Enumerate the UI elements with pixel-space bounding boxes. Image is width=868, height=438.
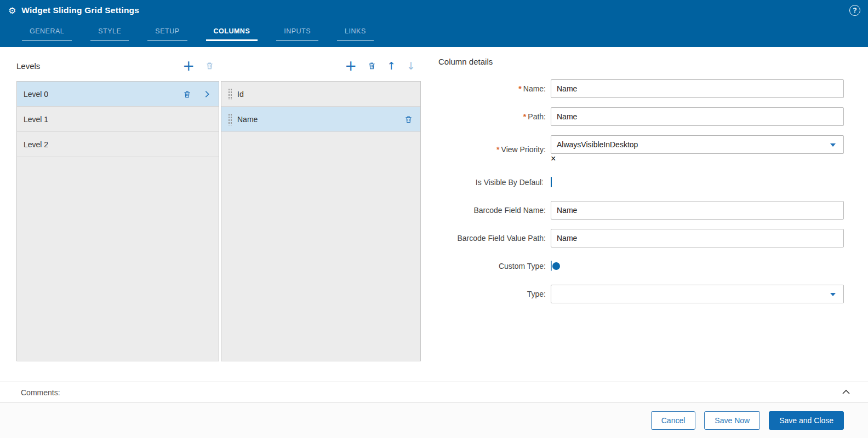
path-label: *Path: [438, 112, 551, 121]
level-label: Level 1 [24, 115, 211, 124]
name-label: *Name: [438, 84, 551, 93]
field-is-visible-row: Is Visible By Default: [438, 173, 844, 192]
field-type-row: Type: [438, 285, 844, 303]
barcode-field-value-path-input[interactable] [551, 229, 844, 247]
level-label: Level 2 [24, 140, 211, 149]
column-label: Name [237, 115, 404, 124]
name-input[interactable] [551, 79, 844, 98]
details-title: Column details [438, 57, 844, 66]
toggle-knob [542, 178, 550, 187]
chevron-down-icon[interactable] [830, 143, 836, 147]
comments-bar: Comments: [0, 382, 868, 402]
levels-toolbar: Levels + [16, 56, 219, 76]
comments-label: Comments: [21, 388, 60, 397]
toggle-knob [552, 262, 560, 270]
tab-setup[interactable]: SETUP [147, 23, 187, 41]
clear-icon[interactable]: × [551, 154, 556, 163]
level-row-1[interactable]: Level 1 [17, 107, 219, 132]
tab-columns[interactable]: COLUMNS [206, 23, 258, 41]
field-path-row: *Path: [438, 107, 844, 126]
column-row-1[interactable]: Name [221, 107, 420, 132]
field-barcode-name-row: Barcode Field Name: [438, 201, 844, 220]
barcode-field-name-input[interactable] [551, 201, 844, 220]
columns-list: Id Name [221, 81, 421, 361]
required-marker: * [496, 145, 499, 154]
level-label: Level 0 [24, 90, 183, 99]
drag-handle-icon[interactable] [228, 88, 232, 100]
tab-inputs[interactable]: INPUTS [276, 23, 318, 41]
tab-bar: GENERAL STYLE SETUP COLUMNS INPUTS LINKS [22, 23, 868, 41]
title-row: ⚙ Widget Sliding Grid Settings [0, 0, 868, 21]
custom-type-toggle[interactable] [551, 261, 552, 271]
field-name-row: *Name: [438, 79, 844, 98]
field-barcode-value-path-row: Barcode Field Value Path: [438, 229, 844, 247]
move-up-icon[interactable]: ↑ [387, 60, 396, 71]
tab-general[interactable]: GENERAL [22, 23, 72, 41]
columns-toolbar: + ↑ ↓ [221, 56, 421, 76]
barcode-field-value-path-label: Barcode Field Value Path: [438, 234, 551, 243]
help-icon[interactable]: ? [849, 5, 860, 16]
save-now-button[interactable]: Save Now [704, 411, 760, 430]
page-title: Widget Sliding Grid Settings [21, 5, 139, 15]
view-priority-value: AlwaysVisibleInDesktop [557, 140, 638, 149]
level-row-0[interactable]: Level 0 [17, 82, 219, 107]
delete-column-row-icon[interactable] [404, 115, 413, 124]
levels-list: Level 0 Level 1 Level 2 [16, 81, 219, 361]
chevron-up-icon[interactable] [842, 388, 850, 397]
field-view-priority-row: *View Priority: AlwaysVisibleInDesktop × [438, 135, 844, 164]
gear-icon: ⚙ [8, 5, 16, 16]
type-select[interactable] [551, 285, 844, 303]
tab-style[interactable]: STYLE [90, 23, 129, 41]
path-input[interactable] [551, 107, 844, 126]
type-label: Type: [438, 290, 551, 298]
delete-level-row-icon[interactable] [183, 90, 191, 99]
is-visible-toggle[interactable] [551, 177, 552, 187]
tab-links[interactable]: LINKS [337, 23, 374, 41]
footer-bar: Cancel Save Now Save and Close [0, 402, 868, 438]
levels-title: Levels [16, 61, 40, 71]
required-marker: * [518, 84, 521, 93]
is-visible-label: Is Visible By Default: [438, 178, 551, 187]
column-row-0[interactable]: Id [221, 82, 420, 107]
save-and-close-button[interactable]: Save and Close [769, 411, 844, 430]
move-down-icon[interactable]: ↓ [407, 60, 415, 71]
chevron-right-icon[interactable] [203, 90, 211, 98]
header-bar: ⚙ Widget Sliding Grid Settings ? GENERAL… [0, 0, 868, 47]
view-priority-select[interactable]: AlwaysVisibleInDesktop [551, 135, 844, 154]
field-custom-type-row: Custom Type: [438, 257, 844, 275]
column-label: Id [237, 90, 413, 99]
barcode-field-name-label: Barcode Field Name: [438, 206, 551, 215]
settings-dialog: ⚙ Widget Sliding Grid Settings ? GENERAL… [0, 0, 868, 438]
required-marker: * [523, 112, 526, 121]
delete-level-icon[interactable] [205, 61, 214, 70]
add-column-icon[interactable]: + [345, 60, 357, 71]
custom-type-label: Custom Type: [438, 262, 551, 270]
cancel-button[interactable]: Cancel [651, 411, 696, 430]
chevron-down-icon[interactable] [830, 293, 836, 296]
add-level-icon[interactable]: + [182, 60, 195, 71]
view-priority-label: *View Priority: [438, 145, 551, 154]
drag-handle-icon[interactable] [228, 113, 232, 125]
level-row-2[interactable]: Level 2 [17, 132, 219, 157]
delete-column-icon[interactable] [368, 61, 376, 70]
column-details-panel: Column details *Name: *Path: *View Prior… [438, 57, 844, 313]
